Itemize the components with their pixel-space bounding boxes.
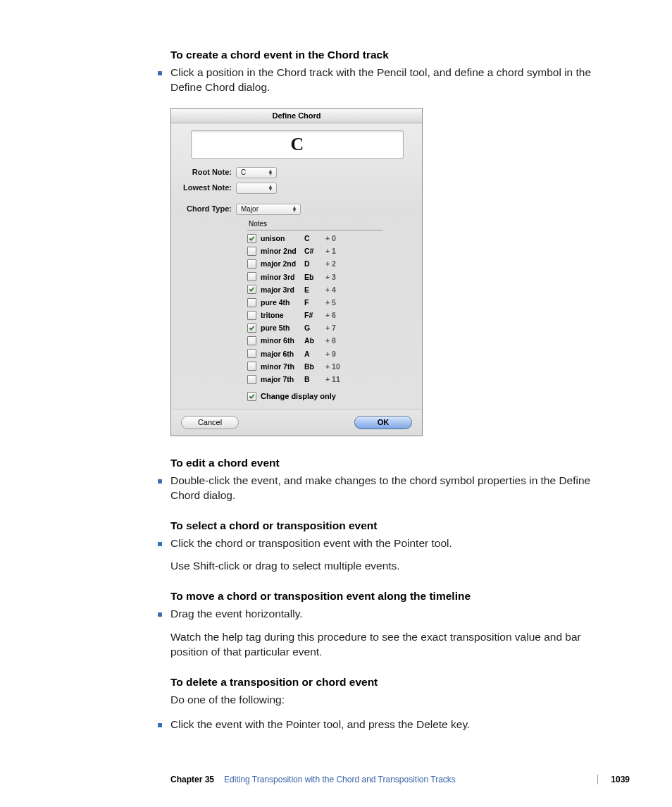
define-chord-dialog: Define Chord C Root Note: C ▲▼ Lowest No… [170,108,423,436]
change-display-label: Change display only [261,391,336,402]
note-interval-name: minor 7th [261,362,304,371]
note-offset: + 9 [325,349,354,359]
note-checkbox[interactable] [247,362,256,371]
bullet-icon [158,612,162,617]
lowest-note-label: Lowest Note: [181,183,232,193]
note-pitch: E [304,285,325,295]
note-interval-name: tritone [261,310,304,320]
heading-select-chord: To select a chord or transposition event [170,519,614,534]
notes-header: Notes [247,219,382,231]
note-checkbox[interactable] [247,247,256,256]
note-checkbox[interactable] [247,285,256,294]
ok-button[interactable]: OK [354,416,412,429]
chord-display: C [191,130,404,159]
note-checkbox[interactable] [247,349,256,358]
cancel-button[interactable]: Cancel [181,416,239,429]
note-checkbox[interactable] [247,234,256,243]
dropdown-arrows-icon: ▲▼ [268,170,273,175]
root-note-dropdown[interactable]: C ▲▼ [236,167,277,178]
note-checkbox[interactable] [247,336,256,345]
note-row: minor 3rdEb+ 3 [247,272,382,282]
note-offset: + 11 [325,374,354,384]
footer-separator [597,775,598,784]
page-footer: Chapter 35 Editing Transposition with th… [170,775,630,784]
dropdown-arrows-icon: ▲▼ [268,185,273,191]
body-delete-event-bullet: Click the event with the Pointer tool, a… [170,717,470,732]
note-row: pure 4thF+ 5 [247,297,382,307]
note-offset: + 3 [325,272,354,282]
body-delete-event-sub: Do one of the following: [170,693,614,708]
note-interval-name: major 6th [261,349,304,359]
note-checkbox[interactable] [247,259,256,269]
note-pitch: G [304,323,325,333]
note-row: minor 6thAb+ 8 [247,335,382,345]
root-note-value: C [241,168,246,178]
note-pitch: B [304,374,325,384]
root-note-label: Root Note: [181,167,232,178]
dialog-title: Define Chord [171,109,422,123]
note-row: major 6thA+ 9 [247,349,382,359]
note-row: major 7thB+ 11 [247,374,382,384]
note-pitch: Eb [304,272,325,282]
body-move-event-sub: Watch the help tag during this procedure… [170,630,614,660]
note-interval-name: minor 3rd [261,272,304,282]
note-row: unisonC+ 0 [247,233,382,243]
note-checkbox[interactable] [247,375,256,384]
footer-page-number: 1039 [611,775,630,784]
bullet-icon [158,542,162,546]
note-pitch: C [304,233,325,243]
note-interval-name: unison [261,233,304,243]
note-pitch: Bb [304,362,325,371]
heading-move-event: To move a chord or transposition event a… [170,589,614,604]
body-edit-chord: Double-click the event, and make changes… [170,474,614,503]
note-pitch: C# [304,246,325,256]
note-row: major 3rdE+ 4 [247,285,382,295]
note-row: tritoneF#+ 6 [247,310,382,320]
heading-delete-event: To delete a transposition or chord event [170,675,614,690]
chord-type-label: Chord Type: [181,204,232,214]
note-pitch: D [304,259,325,269]
note-pitch: F [304,297,325,307]
dropdown-arrows-icon: ▲▼ [292,207,297,212]
note-offset: + 2 [325,259,354,269]
note-row: major 2ndD+ 2 [247,259,382,269]
footer-chapter-label: Chapter 35 [170,775,214,784]
body-select-chord-sub: Use Shift-click or drag to select multip… [170,559,614,574]
body-select-chord: Click the chord or transposition event w… [170,536,452,551]
note-pitch: F# [304,310,325,320]
note-checkbox[interactable] [247,272,256,281]
heading-create-chord: To create a chord event in the Chord tra… [170,48,614,63]
note-pitch: A [304,349,325,359]
note-interval-name: pure 5th [261,323,304,333]
change-display-checkbox[interactable] [247,392,256,401]
heading-edit-chord: To edit a chord event [170,456,614,471]
note-offset: + 7 [325,323,354,333]
note-offset: + 8 [325,335,354,345]
chord-type-value: Major [241,204,259,214]
lowest-note-dropdown[interactable]: ▲▼ [236,183,277,194]
body-move-event: Drag the event horizontally. [170,607,303,622]
note-row: minor 2ndC#+ 1 [247,246,382,256]
note-interval-name: pure 4th [261,297,304,307]
bullet-icon [158,723,162,727]
note-checkbox[interactable] [247,311,256,320]
chord-type-dropdown[interactable]: Major ▲▼ [236,204,301,215]
note-offset: + 4 [325,285,354,295]
note-row: pure 5thG+ 7 [247,323,382,333]
note-offset: + 5 [325,297,354,307]
note-offset: + 0 [325,233,354,243]
note-checkbox[interactable] [247,298,256,307]
note-interval-name: major 7th [261,374,304,384]
body-create-chord: Click a position in the Chord track with… [170,66,614,95]
note-pitch: Ab [304,335,325,345]
note-interval-name: major 3rd [261,285,304,295]
note-offset: + 1 [325,246,354,256]
note-checkbox[interactable] [247,324,256,333]
note-interval-name: minor 2nd [261,246,304,256]
bullet-icon [158,71,162,75]
note-interval-name: minor 6th [261,335,304,345]
note-interval-name: major 2nd [261,259,304,269]
bullet-icon [158,479,162,483]
note-row: minor 7thBb+ 10 [247,362,382,371]
note-offset: + 10 [325,362,354,371]
